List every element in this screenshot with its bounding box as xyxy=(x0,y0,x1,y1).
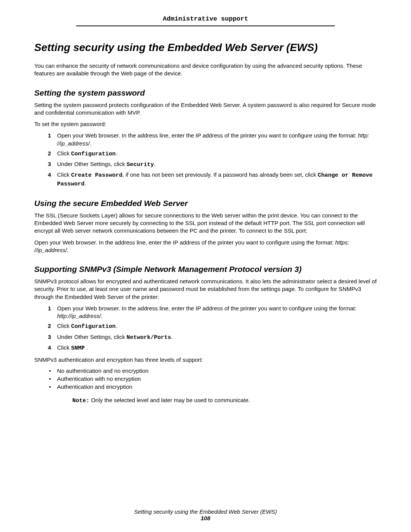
list-item: •No authentication and no encryption xyxy=(34,367,377,374)
step-text: Under Other Settings, click Security. xyxy=(57,160,377,169)
text-mono: Network/Ports xyxy=(127,334,171,341)
text-run: Open your Web browser. In the address li… xyxy=(34,239,335,246)
header-rule xyxy=(76,26,335,26)
page-header: Administrative support xyxy=(34,15,377,26)
text-run: Open your Web browser. In the address li… xyxy=(57,305,357,312)
body-text: The SSL (Secure Sockets Layer) allows fo… xyxy=(34,212,377,235)
step-item: 1 Open your Web browser. In the address … xyxy=(34,132,377,147)
list-text: Authentication and encryption xyxy=(57,383,132,390)
step-text: Open your Web browser. In the address li… xyxy=(57,305,377,320)
body-text: Open your Web browser. In the address li… xyxy=(34,239,377,254)
text-mono: Configuration xyxy=(71,151,116,157)
section-heading-secure-ews: Using the secure Embedded Web Server xyxy=(34,199,377,208)
text-run: . xyxy=(85,344,88,351)
text-run: . xyxy=(84,180,86,187)
step-number: 2 xyxy=(34,322,57,331)
text-run: . xyxy=(67,247,68,253)
list-text: Authentication with no encryption xyxy=(57,375,141,382)
body-text: SNMPv3 authentication and encryption has… xyxy=(34,356,377,364)
bullet-icon: • xyxy=(34,383,57,390)
step-item: 1 Open your Web browser. In the address … xyxy=(34,305,377,320)
bullet-icon: • xyxy=(34,367,57,374)
text-run: Click xyxy=(57,323,71,329)
section-heading-system-password: Setting the system password xyxy=(34,88,377,97)
step-item: 2 Click Configuration. xyxy=(34,322,377,331)
step-number: 3 xyxy=(34,160,57,169)
step-item: 3 Under Other Settings, click Network/Po… xyxy=(34,333,377,342)
text-run: , if one has not been set previously. If… xyxy=(123,171,318,178)
text-mono: Configuration xyxy=(71,323,116,330)
step-number: 4 xyxy=(34,171,57,188)
list-item: •Authentication and encryption xyxy=(34,383,377,390)
text-italic: http://ip_address/ xyxy=(57,313,101,319)
text-run: . xyxy=(101,313,102,319)
page-footer: Setting security using the Embedded Web … xyxy=(0,508,411,521)
list-text: No authentication and no encryption xyxy=(57,367,148,374)
bullet-list-support-levels: •No authentication and no encryption •Au… xyxy=(34,367,377,390)
list-item: •Authentication with no encryption xyxy=(34,375,377,382)
text-run: Click xyxy=(57,344,71,351)
note-label: Note: xyxy=(72,398,89,404)
section-heading-snmpv3: Supporting SNMPv3 (Simple Network Manage… xyxy=(34,265,377,274)
steps-list-snmpv3: 1 Open your Web browser. In the address … xyxy=(34,305,377,352)
step-text: Under Other Settings, click Network/Port… xyxy=(57,333,377,342)
step-number: 2 xyxy=(34,150,57,158)
steps-list-set-password: 1 Open your Web browser. In the address … xyxy=(34,132,377,188)
note-block: Note: Only the selected level and later … xyxy=(72,397,377,404)
text-mono: Create Password xyxy=(71,172,123,179)
body-text: To set the system password: xyxy=(34,120,377,128)
page-title: Setting security using the Embedded Web … xyxy=(34,42,377,54)
text-run: Click xyxy=(57,150,71,157)
text-mono: SNMP xyxy=(71,345,85,351)
step-text: Open your Web browser. In the address li… xyxy=(57,132,377,147)
step-text: Click Configuration. xyxy=(57,150,377,158)
step-item: 4 Click Create Password, if one has not … xyxy=(34,171,377,188)
footer-page-number: 108 xyxy=(0,515,411,521)
text-run: . xyxy=(154,161,156,167)
body-text: Setting the system password protects con… xyxy=(34,101,377,117)
text-run: Click xyxy=(57,171,71,178)
step-item: 4 Click SNMP . xyxy=(34,344,377,352)
step-item: 2 Click Configuration. xyxy=(34,150,377,158)
step-number: 4 xyxy=(34,344,57,352)
text-run: Open your Web browser. In the address li… xyxy=(57,132,358,139)
body-text: SNMPv3 protocol allows for encrypted and… xyxy=(34,278,377,301)
bullet-icon: • xyxy=(34,375,57,382)
text-run: . xyxy=(116,150,117,157)
text-run: Under Other Settings, click xyxy=(57,161,127,167)
intro-paragraph: You can enhance the security of network … xyxy=(34,62,377,78)
text-run: . xyxy=(116,323,117,329)
text-mono: Security xyxy=(127,161,154,168)
footer-title: Setting security using the Embedded Web … xyxy=(0,508,411,515)
text-run: . xyxy=(171,334,173,340)
step-number: 1 xyxy=(34,305,57,320)
step-text: Click Create Password, if one has not be… xyxy=(57,171,377,188)
step-text: Click Configuration. xyxy=(57,322,377,331)
text-run: Under Other Settings, click xyxy=(57,334,127,340)
step-number: 1 xyxy=(34,132,57,147)
note-text: Only the selected level and later may be… xyxy=(89,397,250,403)
step-text: Click SNMP . xyxy=(57,344,377,352)
step-number: 3 xyxy=(34,333,57,342)
text-run: . xyxy=(90,140,91,147)
step-item: 3 Under Other Settings, click Security. xyxy=(34,160,377,169)
